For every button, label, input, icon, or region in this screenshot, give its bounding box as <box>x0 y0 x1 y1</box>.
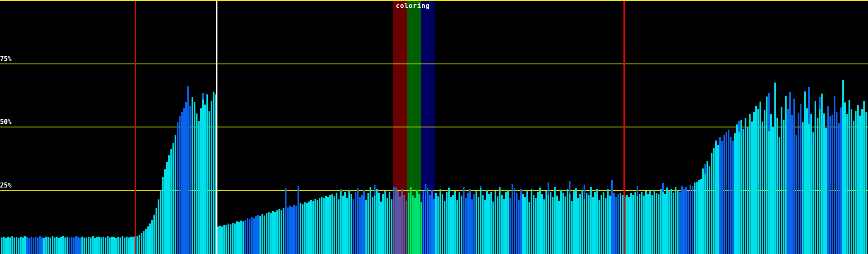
bar <box>73 237 75 254</box>
bar <box>730 137 732 254</box>
bar <box>92 236 94 254</box>
bar <box>569 194 570 254</box>
bar <box>615 197 617 254</box>
bar <box>834 96 835 254</box>
bar <box>728 130 729 254</box>
bar <box>370 187 371 254</box>
bar <box>69 237 70 254</box>
marker-line-red <box>623 0 625 254</box>
bar <box>501 195 503 254</box>
bar <box>459 192 460 254</box>
bar <box>151 220 153 254</box>
bar <box>668 191 670 254</box>
bar <box>751 121 753 254</box>
bar <box>128 237 130 254</box>
bar <box>293 205 295 254</box>
bar <box>22 237 24 254</box>
bar <box>58 238 60 254</box>
bar <box>757 109 759 254</box>
bar <box>166 162 168 254</box>
bar <box>865 112 867 254</box>
axis-tick-label-50: 50% <box>0 119 11 125</box>
bar <box>83 237 85 254</box>
bar <box>251 217 253 254</box>
coloring-legend-label: coloring <box>396 2 430 10</box>
bar <box>94 238 96 254</box>
bar <box>158 199 159 254</box>
bar <box>601 195 602 254</box>
bar <box>1 237 3 254</box>
bar <box>507 190 509 254</box>
bar <box>281 210 282 254</box>
bar <box>783 120 785 254</box>
bar <box>664 194 666 254</box>
bar <box>327 197 329 254</box>
bar <box>484 200 486 254</box>
bar <box>71 237 72 254</box>
bar <box>230 224 231 254</box>
bar <box>827 106 829 254</box>
bar <box>67 237 68 254</box>
bar <box>503 199 505 254</box>
bar <box>198 121 200 254</box>
bar <box>336 193 337 254</box>
bar <box>859 116 861 254</box>
bar <box>796 135 797 254</box>
bar <box>630 193 632 254</box>
bar <box>291 207 293 254</box>
bar <box>111 237 113 254</box>
bar <box>613 193 615 254</box>
bar <box>348 190 350 254</box>
bar <box>397 191 399 254</box>
bar <box>598 200 600 254</box>
bar <box>550 192 551 254</box>
bar <box>75 236 77 254</box>
bar <box>461 196 462 254</box>
bar <box>242 221 244 254</box>
usage-histogram-chart: 75% 50% 25% coloring <box>0 0 868 254</box>
bar <box>543 199 545 254</box>
bar <box>47 237 49 254</box>
bar <box>107 236 108 254</box>
bar <box>753 112 755 254</box>
bar <box>637 196 638 254</box>
bar <box>88 237 89 254</box>
bar <box>611 188 613 254</box>
bar <box>567 189 568 254</box>
bar <box>838 123 840 254</box>
bar <box>514 188 515 254</box>
bar <box>743 129 744 254</box>
bar <box>687 191 689 254</box>
bar <box>200 108 202 254</box>
bar <box>33 237 34 254</box>
bar <box>139 235 140 254</box>
bar <box>804 91 806 254</box>
bar <box>403 195 405 254</box>
bar <box>120 237 121 254</box>
bar <box>283 208 284 254</box>
bar <box>204 105 206 254</box>
bar <box>768 131 770 254</box>
bar <box>427 188 428 254</box>
bar <box>185 102 187 254</box>
bar <box>584 199 585 254</box>
bar <box>334 196 335 254</box>
bar <box>346 198 348 254</box>
bar <box>26 237 28 254</box>
bar <box>160 190 161 254</box>
bar <box>56 237 58 254</box>
bar <box>272 211 274 254</box>
bar <box>747 127 748 254</box>
bar <box>571 201 573 254</box>
bar <box>96 237 98 254</box>
bar <box>431 190 433 254</box>
bar <box>832 115 833 254</box>
bar <box>518 200 520 254</box>
bar <box>565 196 566 254</box>
bar <box>130 237 132 254</box>
bar <box>3 237 5 254</box>
bar <box>115 238 117 254</box>
bar <box>54 237 56 254</box>
bar <box>628 197 630 254</box>
bar <box>81 237 83 254</box>
